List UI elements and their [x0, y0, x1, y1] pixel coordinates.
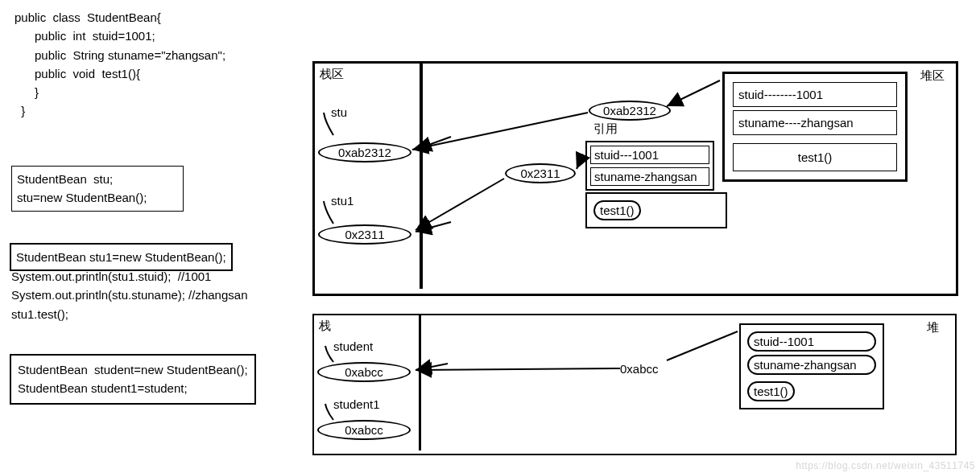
- code-class-def: public class StudentBean{ public int stu…: [14, 8, 225, 121]
- stack-divider: [420, 64, 423, 289]
- code-line: StudentBean stu1=new StudentBean();: [16, 248, 226, 266]
- code-line: StudentBean student=new StudentBean();: [18, 360, 248, 379]
- object-small-method: test1(): [585, 192, 727, 228]
- ref-label: 引用: [593, 121, 618, 137]
- stack-label: 栈: [319, 319, 331, 334]
- code-line: stu=new StudentBean();: [17, 188, 178, 207]
- code-box-student: StudentBean student=new StudentBean(); S…: [10, 354, 256, 405]
- obj-field: stuid---1001: [590, 146, 709, 164]
- obj-field: stuname-zhangsan: [747, 355, 876, 375]
- code-line: public class StudentBean{: [14, 8, 225, 27]
- code-line: StudentBean stu;: [17, 170, 178, 188]
- heap-label: 堆区: [920, 68, 945, 84]
- stu-addr: 0xab2312: [318, 142, 411, 162]
- code-line: }: [14, 83, 225, 101]
- object: stuid--1001 stuname-zhangsan test1(): [739, 323, 884, 409]
- student-addr: 0xabcc: [317, 362, 411, 382]
- code-line: public void test1(){: [14, 64, 225, 83]
- student1-addr: 0xabcc: [317, 420, 411, 440]
- code-line: public int stuid=1001;: [14, 27, 225, 45]
- code-line: stu1.test();: [11, 305, 247, 323]
- code-line: }: [14, 101, 225, 120]
- obj-field: stuid--------1001: [733, 82, 897, 107]
- heap-label: 堆: [927, 320, 939, 335]
- obj-method: test1(): [733, 143, 897, 171]
- diagram-bottom: 栈 堆 student 0xabcc student1 0xabcc 0xabc…: [312, 314, 957, 455]
- obj-method: test1(): [593, 200, 641, 220]
- code-box-stu: StudentBean stu; stu=new StudentBean();: [11, 166, 184, 212]
- stu1-name: stu1: [331, 194, 354, 208]
- code-line: public String stuname="zhangsan";: [14, 46, 225, 64]
- stack-label: 栈区: [320, 67, 344, 82]
- obj-field: stuid--1001: [747, 331, 876, 352]
- watermark: https://blog.csdn.net/weixin_43511745: [796, 460, 975, 471]
- stu1-addr: 0x2311: [318, 224, 411, 245]
- obj-field: stuname-zhangsan: [590, 167, 709, 186]
- code-line: StudentBean student1=student;: [18, 379, 248, 397]
- mid-addr: 0x2311: [505, 163, 576, 183]
- object-small: stuid---1001 stuname-zhangsan: [585, 141, 714, 191]
- stu-name: stu: [331, 105, 347, 119]
- stack-divider: [419, 315, 421, 450]
- obj-method: test1(): [747, 381, 795, 401]
- code-line: System.out.println(stu1.stuid); //1001: [11, 267, 247, 286]
- student1-name: student1: [333, 397, 380, 411]
- obj-field: stuname----zhangsan: [733, 110, 897, 135]
- code-line: System.out.println(stu.stuname); //zhang…: [11, 286, 247, 304]
- code-mid-lines: System.out.println(stu1.stuid); //1001 S…: [11, 267, 247, 323]
- student-name: student: [333, 339, 373, 353]
- ref-addr: 0xab2312: [589, 101, 671, 121]
- diagram-top: 栈区 堆区 stu 0xab2312 stu1 0x2311 0xab2312 …: [312, 61, 958, 296]
- object-large: stuid--------1001 stuname----zhangsan te…: [722, 72, 908, 182]
- mid-addr: 0xabcc: [620, 362, 659, 376]
